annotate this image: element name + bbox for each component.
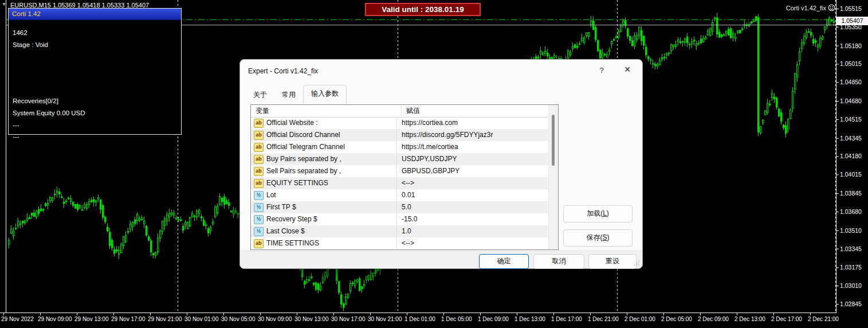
param-row[interactable]: abEQUITY SETTINGS<--> xyxy=(251,177,548,189)
cancel-button[interactable]: 取消 xyxy=(533,254,584,269)
param-table-header-name: 变量 xyxy=(251,105,401,117)
load-button[interactable]: 加载(L) xyxy=(563,205,633,222)
price-axis-label: 1.03010 xyxy=(840,282,862,289)
ea-name-text: Corti v1.42_fix xyxy=(786,5,826,11)
price-axis-label: 1.02845 xyxy=(840,300,862,307)
tab-inputs[interactable]: 输入参数 xyxy=(303,85,347,104)
price-axis-label: 1.05180 xyxy=(840,42,862,49)
text-param-icon: ab xyxy=(254,143,264,152)
param-row[interactable]: abSell Pairs separated by ,GBPUSD,GBPJPY xyxy=(251,165,548,177)
ea-properties-dialog: Expert - Corti v1.42_fix ? ✕ 关于常用输入参数 变量… xyxy=(239,59,643,269)
price-axis-label: 1.05015 xyxy=(840,60,862,67)
dialog-tabs: 关于常用输入参数 xyxy=(246,86,347,104)
price-axis-label: 1.04680 xyxy=(840,97,862,104)
param-name-text: Recovery Step $ xyxy=(266,213,317,225)
price-axis-label: 1.04345 xyxy=(840,135,862,142)
param-row[interactable]: ½Last Close $1.0 xyxy=(251,225,548,237)
time-axis-label: 29 Nov 13:00 xyxy=(74,316,109,322)
price-axis-label: 1.03175 xyxy=(840,264,862,271)
param-table-header-value: 赋值 xyxy=(401,105,548,117)
time-axis-label: 1 Dec 21:00 xyxy=(588,316,619,322)
param-value[interactable]: <--> xyxy=(396,237,548,249)
close-icon[interactable]: ✕ xyxy=(619,65,635,77)
ea-name-label: Corti v1.42_fix xyxy=(786,4,835,11)
chart-dropdown-arrow-icon[interactable]: ▼ xyxy=(2,2,6,7)
text-param-icon: ab xyxy=(254,167,264,176)
param-row[interactable]: ½First TP $5.0 xyxy=(251,201,548,213)
time-axis-label: 30 Nov 09:00 xyxy=(258,316,292,322)
dialog-title: Expert - Corti v1.42_fix xyxy=(248,67,318,75)
param-value[interactable]: 5.0 xyxy=(396,201,548,213)
ea-info-line: 1462 xyxy=(13,29,28,36)
tab-about[interactable]: 关于 xyxy=(246,87,274,104)
ok-button[interactable]: 确定 xyxy=(479,254,529,269)
ea-smiley-icon[interactable] xyxy=(828,4,835,11)
param-value[interactable]: -15.0 xyxy=(396,213,548,225)
param-row[interactable]: abOfficial Discord Channelhttps://discor… xyxy=(251,129,548,141)
resize-grip[interactable] xyxy=(634,260,640,266)
param-value[interactable]: https://discord.gg/5FDYYjaz3r xyxy=(396,129,548,141)
price-axis-label: 1.04180 xyxy=(840,153,862,159)
price-axis-label: 1.04015 xyxy=(840,171,862,178)
price-axis-label: 1.03680 xyxy=(840,208,862,215)
mt4-chart-window: ▼ EURUSD,M15 1.05369 1.05418 1.05333 1.0… xyxy=(0,0,868,328)
param-name-text: First TP $ xyxy=(266,201,296,213)
tab-common[interactable]: 常用 xyxy=(274,87,303,104)
param-name: abSell Pairs separated by , xyxy=(251,165,396,177)
time-axis-label: 30 Nov 17:00 xyxy=(331,316,366,322)
current-price-tag: 1.05407 xyxy=(836,17,868,25)
param-name-text: Last Close $ xyxy=(266,225,305,237)
param-value[interactable]: 0.01 xyxy=(396,189,548,201)
ea-info-line: --- xyxy=(13,133,19,140)
time-axis-label: 2 Dec 09:00 xyxy=(698,316,729,322)
param-row[interactable]: ½Lot0.01 xyxy=(251,189,548,201)
param-row[interactable]: abOfficial Telegram Channelhttps://t.me/… xyxy=(251,141,548,153)
ea-info-panel-header: Corti 1.42 xyxy=(9,9,181,20)
param-name: abBuy Pairs separated by , xyxy=(251,153,396,165)
param-name-text: Buy Pairs separated by , xyxy=(266,153,341,165)
time-axis-label: 2 Dec 13:00 xyxy=(735,316,765,322)
param-name: abTIME SETTINGS xyxy=(251,237,396,249)
reset-button[interactable]: 重设 xyxy=(588,254,637,269)
param-value[interactable]: https://cortiea.com xyxy=(396,117,548,129)
time-axis-label: 2 Dec 21:00 xyxy=(808,316,839,322)
time-axis-label: 29 Nov 21:00 xyxy=(148,316,182,322)
param-value[interactable]: USDJPY,USDJPY xyxy=(396,153,548,165)
save-button[interactable]: 保存(S) xyxy=(563,229,633,247)
text-param-icon: ab xyxy=(254,155,264,164)
param-row[interactable]: abTIME SETTINGS<--> xyxy=(251,237,548,249)
price-axis-label: 1.04850 xyxy=(840,79,862,85)
scrollbar-thumb[interactable] xyxy=(552,115,555,166)
text-param-icon: ab xyxy=(254,239,264,248)
number-param-icon: ½ xyxy=(254,227,264,236)
param-name: ½Lot xyxy=(251,189,396,201)
price-axis-label: 1.03845 xyxy=(840,190,862,197)
param-value[interactable]: GBPUSD,GBPJPY xyxy=(396,165,548,177)
param-row[interactable]: ½Recovery Step $-15.0 xyxy=(251,213,548,225)
param-name-text: TIME SETTINGS xyxy=(266,237,319,249)
table-scrollbar[interactable] xyxy=(548,105,558,249)
param-table-header: 变量赋值 xyxy=(251,105,548,118)
ea-info-line: System Equity 0.00 USD xyxy=(13,110,85,116)
param-name: ½Recovery Step $ xyxy=(251,213,396,225)
parameters-table: 变量赋值abOfficial Website :https://cortiea.… xyxy=(250,104,559,250)
help-button[interactable]: ? xyxy=(595,66,608,77)
text-param-icon: ab xyxy=(254,131,264,140)
number-param-icon: ½ xyxy=(254,215,264,224)
time-axis-label: 30 Nov 21:00 xyxy=(368,316,402,322)
param-name: ½First TP $ xyxy=(251,201,396,213)
param-value[interactable]: 1.0 xyxy=(396,225,548,237)
time-axis-label: 29 Nov 09:00 xyxy=(38,316,72,322)
param-name: abOfficial Telegram Channel xyxy=(251,141,396,153)
number-param-icon: ½ xyxy=(254,203,264,212)
param-value[interactable]: <--> xyxy=(396,177,548,189)
param-value[interactable]: https://t.me/cortiea xyxy=(396,141,548,153)
ea-panel-title: Corti 1.42 xyxy=(9,9,181,19)
ea-info-line: Recoveries[0/2] xyxy=(13,97,58,104)
param-row[interactable]: abBuy Pairs separated by ,USDJPY,USDJPY xyxy=(251,153,548,165)
time-axis-label: 30 Nov 13:00 xyxy=(294,316,329,322)
param-name-text: Sell Pairs separated by , xyxy=(266,165,341,177)
param-row[interactable]: abOfficial Website :https://cortiea.com xyxy=(251,117,548,129)
param-name-text: Official Telegram Channel xyxy=(266,141,345,153)
price-axis-label: 1.04515 xyxy=(840,116,862,123)
